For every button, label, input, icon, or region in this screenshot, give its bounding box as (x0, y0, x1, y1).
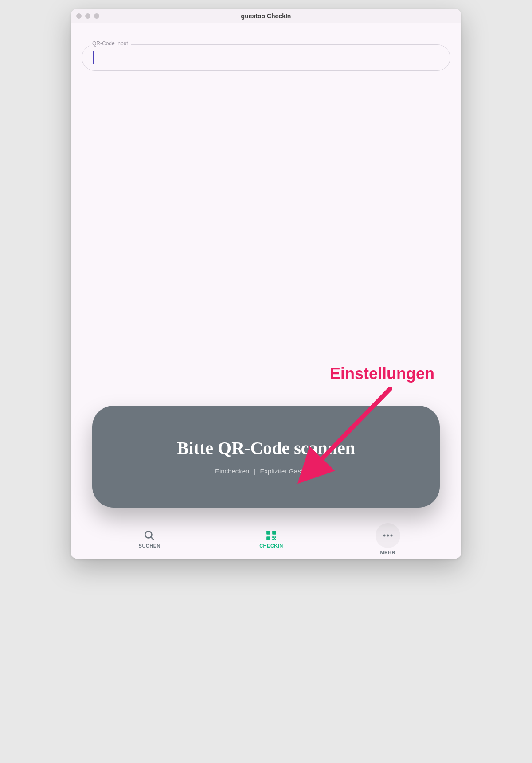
scan-mode-separator: | (254, 467, 255, 475)
gear-icon (307, 466, 317, 476)
svg-point-12 (383, 535, 385, 537)
nav-label-search: SUCHEN (139, 543, 160, 548)
annotation-callout: Einstellungen (330, 364, 434, 383)
qr-code-input[interactable] (82, 44, 450, 71)
scan-mode-explicit: Expliziter Gast (260, 467, 303, 475)
svg-point-14 (390, 535, 392, 537)
svg-rect-5 (272, 531, 276, 535)
svg-line-3 (151, 537, 154, 540)
svg-point-2 (145, 531, 152, 538)
titlebar: guestoo CheckIn (71, 9, 461, 23)
window-controls (76, 13, 99, 19)
nav-label-more: MEHR (380, 550, 395, 555)
close-window-button[interactable] (76, 13, 82, 19)
nav-item-more[interactable]: MEHR (376, 523, 400, 555)
settings-button[interactable] (307, 466, 317, 476)
svg-point-13 (387, 535, 389, 537)
svg-rect-11 (274, 538, 275, 539)
scan-mode-line: Einchecken | Expliziter Gast (215, 466, 317, 476)
qr-code-icon (266, 530, 277, 541)
bottom-nav: SUCHEN CHECKIN (71, 520, 461, 559)
scan-prompt-title: Bitte QR-Code scannen (177, 438, 355, 458)
nav-label-checkin: CHECKIN (259, 543, 283, 548)
qr-input-wrapper: QR-Code Input (82, 44, 450, 71)
more-button-circle (376, 523, 400, 548)
app-window: guestoo CheckIn QR-Code Input Einstellun… (71, 9, 461, 559)
search-icon (144, 530, 155, 541)
scan-prompt-card: Bitte QR-Code scannen Einchecken | Expli… (92, 406, 440, 508)
scan-mode-checkin: Einchecken (215, 467, 250, 475)
text-caret (93, 51, 94, 64)
qr-input-area: QR-Code Input (71, 23, 461, 71)
window-title: guestoo CheckIn (71, 12, 461, 20)
app-content: QR-Code Input Einstellungen Bitte QR-Cod… (71, 23, 461, 559)
minimize-window-button[interactable] (85, 13, 90, 19)
nav-item-checkin[interactable]: CHECKIN (254, 530, 289, 548)
annotation-label: Einstellungen (330, 364, 434, 383)
svg-rect-4 (266, 531, 270, 535)
nav-item-search[interactable]: SUCHEN (132, 530, 167, 548)
svg-rect-6 (266, 536, 270, 540)
maximize-window-button[interactable] (94, 13, 99, 19)
more-dots-icon (383, 534, 393, 537)
qr-input-label: QR-Code Input (90, 40, 131, 47)
